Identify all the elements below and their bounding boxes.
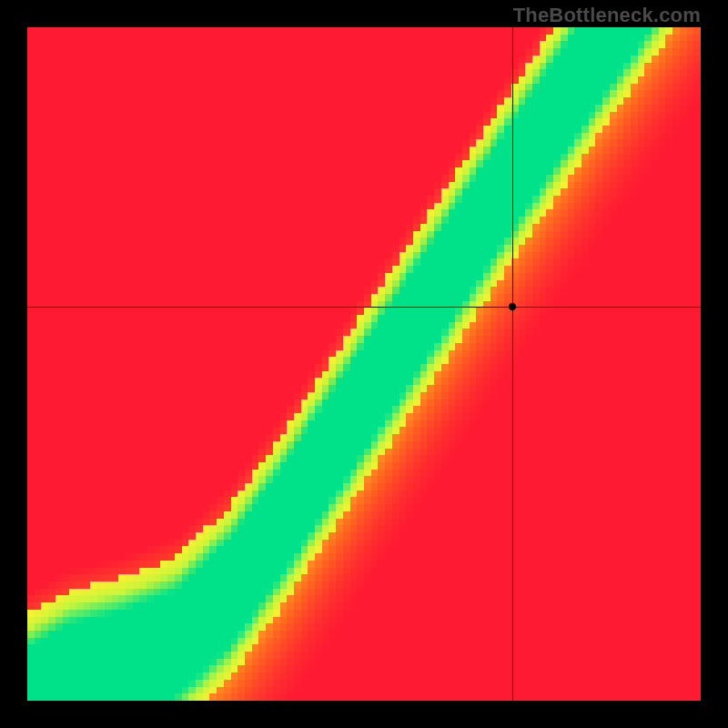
plot-area bbox=[27, 27, 701, 701]
crosshair-vertical bbox=[512, 27, 513, 701]
crosshair-horizontal bbox=[27, 307, 701, 308]
marker-dot bbox=[509, 303, 516, 310]
heatmap-canvas bbox=[27, 27, 701, 701]
watermark-text: TheBottleneck.com bbox=[513, 4, 701, 27]
chart-frame: TheBottleneck.com bbox=[0, 0, 728, 728]
